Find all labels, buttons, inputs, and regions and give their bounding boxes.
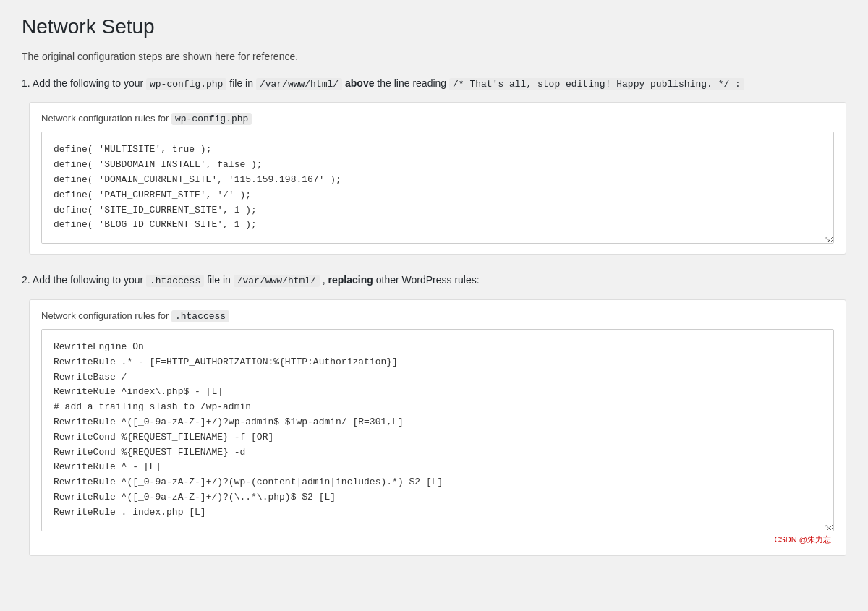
step-1-path: /var/www/html/ bbox=[256, 78, 342, 90]
step-1-code-area[interactable]: define( 'MULTISITE', true );define( 'SUB… bbox=[41, 132, 834, 244]
step-2-code-area[interactable]: RewriteEngine OnRewriteRule .* - [E=HTTP… bbox=[41, 329, 834, 531]
step-1-config-box: Network configuration rules for wp-confi… bbox=[29, 102, 846, 255]
step-2-config-label: Network configuration rules for .htacces… bbox=[41, 310, 834, 322]
step-1-line: 1. Add the following to your wp-config.p… bbox=[22, 75, 846, 93]
step-1-block: 1. Add the following to your wp-config.p… bbox=[22, 75, 846, 255]
step-1-prefix: 1. Add the following to your bbox=[22, 77, 143, 89]
intro-text: The original configuration steps are sho… bbox=[22, 51, 846, 62]
step-1-config-file: wp-config.php bbox=[171, 113, 252, 125]
step-1-suffix-text: the line reading bbox=[377, 77, 446, 89]
step-2-prefix: 2. Add the following to your bbox=[22, 274, 143, 286]
step-2-config-box: Network configuration rules for .htacces… bbox=[29, 299, 846, 556]
step-1-middle-text: file in bbox=[229, 77, 253, 89]
step-1-comment: /* That's all, stop editing! Happy publi… bbox=[449, 78, 744, 90]
step-2-path: /var/www/html/ bbox=[234, 275, 320, 287]
step-1-file: wp-config.php bbox=[146, 78, 226, 90]
csdn-watermark: CSDN @朱力忘 bbox=[41, 534, 834, 545]
step-2-line: 2. Add the following to your .htaccess f… bbox=[22, 272, 846, 289]
step-1-config-label: Network configuration rules for wp-confi… bbox=[41, 113, 834, 124]
step-2-block: 2. Add the following to your .htaccess f… bbox=[22, 272, 846, 555]
step-1-emphasis: above bbox=[345, 77, 374, 89]
page-title: Network Setup bbox=[22, 14, 846, 39]
step-2-config-file: .htaccess bbox=[171, 310, 229, 322]
step-2-emphasis: replacing bbox=[328, 274, 373, 286]
step-2-file: .htaccess bbox=[146, 275, 204, 287]
